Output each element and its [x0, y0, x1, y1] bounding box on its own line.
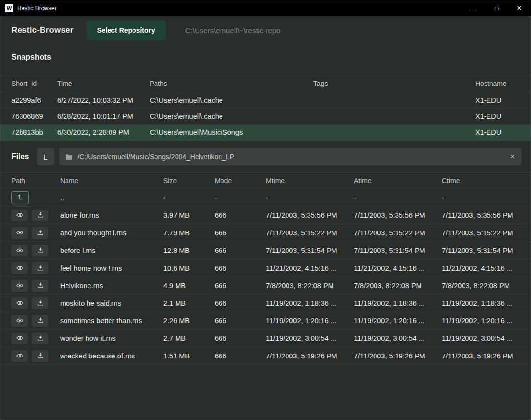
file-cell-name: Helvikone.rns [60, 282, 163, 290]
window-title: Restic Browser [17, 5, 57, 12]
app-header: Restic-Browser Select Repository C:\User… [0, 16, 531, 44]
snapshot-cell-short_id: 72b813bb [11, 128, 57, 136]
file-row-actions [11, 333, 60, 344]
snapshots-heading: Snapshots [0, 44, 531, 62]
snapshot-row[interactable]: 763068696/28/2022, 10:01:17 PMC:\Users\e… [0, 108, 531, 125]
file-row: wonder how it.rns2.7 MB66611/19/2002, 3:… [0, 330, 531, 347]
file-cell-atime: 7/8/2003, 8:22:08 PM [354, 282, 442, 290]
view-file-button[interactable] [11, 210, 28, 221]
eye-icon [16, 317, 23, 324]
download-file-button[interactable] [32, 210, 48, 221]
file-cell-mode: 666 [215, 211, 266, 219]
view-file-button[interactable] [11, 333, 28, 344]
eye-icon [16, 352, 23, 359]
app-logo-icon: W [5, 4, 13, 12]
snapshots-table-header: Short_idTimePathsTagsHostname [0, 75, 531, 92]
download-file-button[interactable] [32, 245, 48, 256]
file-cell-size: 4.9 MB [163, 282, 215, 290]
file-cell-name: wonder how it.rns [60, 335, 163, 342]
download-file-button[interactable] [32, 350, 48, 362]
download-file-button[interactable] [32, 333, 48, 344]
clear-path-button[interactable]: × [509, 153, 516, 161]
eye-icon [16, 299, 23, 307]
file-cell-name: feel home now !.rns [60, 264, 163, 272]
view-file-button[interactable] [11, 280, 28, 292]
file-cell-ctime: 11/19/2002, 3:00:54 ... [442, 335, 520, 342]
snapshots-column-header-time: Time [57, 80, 150, 87]
folder-icon [65, 153, 73, 161]
download-icon [37, 264, 44, 272]
file-cell-atime: 11/19/2002, 1:20:16 ... [354, 317, 442, 325]
snapshot-row[interactable]: 72b813bb6/30/2022, 2:28:09 PMC:\Users\em… [0, 125, 531, 141]
file-path-bar[interactable]: /C:/Users/emuell/Music/Songs/2004_Helvet… [59, 148, 522, 165]
file-cell-mtime: 7/8/2003, 8:22:08 PM [266, 282, 354, 290]
file-cell-mtime: 7/11/2003, 5:31:54 PM [266, 247, 354, 254]
files-column-header-mtime: Mtime [266, 177, 354, 185]
file-cell-ctime: 7/8/2003, 8:22:08 PM [442, 282, 520, 290]
minimize-button[interactable]: – [463, 0, 486, 16]
snapshots-column-header-paths: Paths [150, 80, 313, 87]
eye-icon [16, 264, 23, 272]
files-heading: Files [11, 152, 29, 161]
repository-path: C:\Users\emuell\~\restic-repo [185, 26, 281, 35]
file-cell-mode: 666 [215, 247, 266, 254]
snapshots-table-body: a2299af66/27/2022, 10:03:32 PMC:\Users\e… [0, 92, 531, 141]
file-row: feel home now !.rns10.6 MB66611/21/2002,… [0, 259, 531, 277]
list-mode-toggle-button[interactable]: L [37, 148, 54, 165]
file-cell-mode: - [215, 194, 266, 202]
files-table-header: PathNameSizeModeMtimeAtimeCtime [0, 172, 531, 189]
file-cell-mtime: 11/19/2002, 3:00:54 ... [266, 335, 354, 342]
snapshot-row[interactable]: a2299af66/27/2022, 10:03:32 PMC:\Users\e… [0, 92, 531, 108]
file-cell-size: 2.26 MB [163, 317, 215, 325]
file-cell-mtime: 11/19/2002, 1:18:36 ... [266, 299, 354, 307]
view-file-button[interactable] [11, 350, 28, 362]
file-row: sometimes better than.rns2.26 MB66611/19… [0, 312, 531, 330]
view-file-button[interactable] [11, 227, 28, 239]
file-cell-size: 10.6 MB [163, 264, 215, 272]
snapshot-cell-paths: C:\Users\emuell\Music\Songs [150, 128, 313, 136]
snapshot-cell-short_id: a2299af6 [11, 96, 57, 104]
file-cell-ctime: 11/21/2002, 4:15:16 ... [442, 264, 520, 272]
view-file-button[interactable] [11, 262, 28, 274]
files-column-header-name: Name [60, 177, 163, 185]
file-cell-ctime: - [442, 194, 520, 202]
file-cell-mtime: 7/11/2003, 5:15:22 PM [266, 229, 354, 237]
file-cell-ctime: 7/11/2003, 5:19:26 PM [442, 352, 520, 360]
file-row: and you thought l.rns7.79 MB6667/11/2003… [0, 224, 531, 242]
files-column-header-ctime: Ctime [442, 177, 520, 185]
window-controls: – □ × [463, 0, 531, 16]
file-row: alone for.rns3.97 MB6667/11/2003, 5:35:5… [0, 207, 531, 224]
parent-directory-button[interactable] [11, 191, 29, 204]
file-row-actions [11, 191, 60, 204]
maximize-button[interactable]: □ [486, 0, 508, 16]
snapshot-cell-time: 6/28/2022, 10:01:17 PM [57, 112, 150, 120]
file-row-actions [11, 297, 60, 309]
file-cell-mode: 666 [215, 335, 266, 342]
download-icon [37, 317, 44, 324]
download-file-button[interactable] [32, 227, 48, 239]
file-row-actions [11, 210, 60, 221]
view-file-button[interactable] [11, 297, 28, 309]
files-toolbar: Files L /C:/Users/emuell/Music/Songs/200… [0, 148, 531, 165]
view-file-button[interactable] [11, 245, 28, 256]
download-file-button[interactable] [32, 262, 48, 274]
download-icon [37, 229, 44, 236]
file-cell-mtime: 11/21/2002, 4:15:16 ... [266, 264, 354, 272]
file-cell-atime: 11/19/2002, 3:00:54 ... [354, 335, 442, 342]
snapshot-cell-short_id: 76306869 [11, 112, 57, 120]
file-row: before l.rns12.8 MB6667/11/2003, 5:31:54… [0, 242, 531, 259]
select-repository-button[interactable]: Select Repository [87, 21, 166, 40]
file-cell-mtime: 7/11/2003, 5:35:56 PM [266, 211, 354, 219]
download-file-button[interactable] [32, 315, 48, 327]
arrow-parent-icon [17, 194, 24, 201]
download-icon [37, 247, 44, 254]
file-row: Helvikone.rns4.9 MB6667/8/2003, 8:22:08 … [0, 277, 531, 294]
eye-icon [16, 247, 23, 254]
download-file-button[interactable] [32, 297, 48, 309]
download-file-button[interactable] [32, 280, 48, 292]
snapshot-cell-time: 6/27/2022, 10:03:32 PM [57, 96, 150, 104]
close-button[interactable]: × [508, 0, 531, 16]
file-cell-mode: 666 [215, 282, 266, 290]
snapshot-cell-time: 6/30/2022, 2:28:09 PM [57, 128, 150, 136]
view-file-button[interactable] [11, 315, 28, 327]
